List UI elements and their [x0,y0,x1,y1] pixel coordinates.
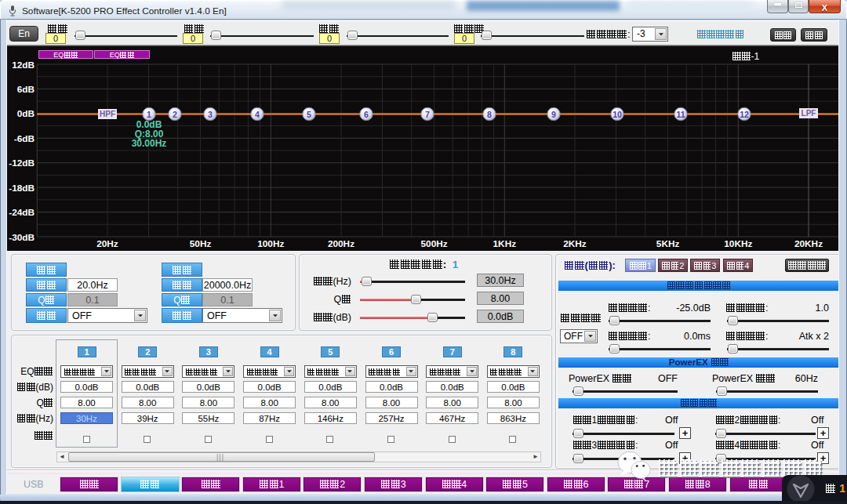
svg-text:6dB: 6dB [17,84,35,95]
svg-text:8: 8 [487,110,492,119]
svg-text:3: 3 [208,110,213,119]
svg-text:2KHz: 2KHz [563,238,587,249]
svg-text:20Hz: 20Hz [96,238,118,249]
svg-text:6: 6 [364,110,369,119]
svg-text:20KHz: 20KHz [794,238,823,249]
svg-text:12dB: 12dB [12,60,35,71]
svg-text:11: 11 [676,110,685,119]
svg-text:200Hz: 200Hz [328,238,354,249]
svg-text:0dB: 0dB [17,108,35,119]
svg-text:-12dB: -12dB [9,158,35,169]
svg-text:500Hz: 500Hz [421,238,448,249]
svg-text:5: 5 [307,110,311,119]
svg-text:10KHz: 10KHz [724,238,752,249]
svg-text:-24dB: -24dB [9,207,35,218]
svg-text:100Hz: 100Hz [257,238,284,249]
svg-text:50Hz: 50Hz [190,238,212,249]
svg-text:12: 12 [740,110,749,119]
svg-text:7: 7 [425,110,430,119]
svg-text:9: 9 [551,110,556,119]
svg-text:-18dB: -18dB [9,183,35,194]
svg-text:2: 2 [173,110,177,119]
svg-text:-6dB: -6dB [14,133,35,144]
svg-text:1KHz: 1KHz [493,238,517,249]
svg-text:4: 4 [255,110,260,119]
svg-text:10: 10 [613,110,622,119]
svg-text:1: 1 [147,110,151,119]
svg-text:-30dB: -30dB [9,232,35,243]
svg-text:5KHz: 5KHz [656,238,680,249]
